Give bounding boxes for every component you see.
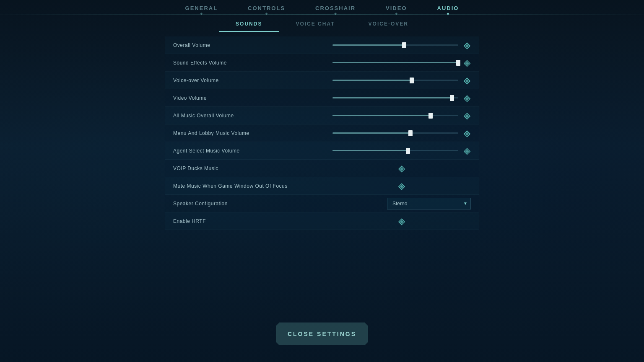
subtab-voice-over[interactable]: VOICE-OVER [352, 15, 425, 32]
slider-fill-sound-effects-volume [332, 62, 458, 63]
reset-icon-menu-lobby-music-volume[interactable] [462, 129, 472, 138]
slider-track-overall-volume [332, 44, 458, 46]
reset-icon-video-volume[interactable] [462, 93, 472, 103]
slider-all-music-overall-volume[interactable] [332, 115, 458, 116]
setting-control-sound-effects-volume [332, 58, 472, 67]
slider-track-agent-select-music-volume [332, 150, 458, 151]
slider-thumb-sound-effects-volume[interactable] [456, 60, 460, 66]
nav-divider [0, 14, 644, 15]
close-settings-button[interactable]: CLOSE SETTINGS [276, 323, 368, 345]
setting-control-enable-hrtf [332, 217, 471, 226]
setting-label-speaker-configuration: Speaker Configuration [173, 201, 332, 207]
setting-row-agent-select-music-volume: Agent Select Music Volume [165, 142, 479, 160]
slider-thumb-video-volume[interactable] [450, 95, 454, 101]
slider-thumb-voice-over-volume[interactable] [410, 78, 414, 83]
toggle-enable-hrtf[interactable] [332, 217, 471, 226]
setting-control-mute-music-window [332, 181, 471, 191]
toggle-icon-enable-hrtf[interactable] [397, 217, 406, 226]
reset-icon-all-music-overall-volume[interactable] [462, 111, 472, 120]
setting-label-voice-over-volume: Voice-over Volume [173, 78, 332, 83]
slider-fill-video-volume [332, 97, 452, 98]
slider-fill-all-music-overall-volume [332, 115, 431, 116]
setting-control-voip-ducks-music [332, 164, 471, 173]
setting-control-overall-volume [332, 41, 472, 50]
slider-sound-effects-volume[interactable] [332, 62, 458, 63]
reset-icon-overall-volume[interactable] [462, 41, 472, 50]
toggle-voip-ducks-music[interactable] [332, 164, 471, 173]
toggle-icon-mute-music-window[interactable] [397, 181, 406, 191]
setting-row-speaker-configuration: Speaker Configuration StereoHeadphones2.… [165, 195, 479, 212]
setting-control-video-volume [332, 93, 472, 103]
slider-menu-lobby-music-volume[interactable] [332, 132, 458, 134]
content-area: Overall Volume Sound Effects Volume [165, 36, 479, 362]
toggle-icon-voip-ducks-music[interactable] [397, 164, 406, 173]
slider-video-volume[interactable] [332, 97, 458, 98]
dropdown-speaker-configuration[interactable]: StereoHeadphones2.1 Speakers4.0 Surround… [387, 198, 471, 209]
setting-control-all-music-overall-volume [332, 111, 472, 120]
slider-fill-overall-volume [332, 44, 404, 46]
top-nav: GENERAL CONTROLS CROSSHAIR VIDEO AUDIO [0, 0, 644, 15]
setting-control-menu-lobby-music-volume [332, 129, 472, 138]
slider-track-sound-effects-volume [332, 62, 458, 63]
slider-track-all-music-overall-volume [332, 115, 458, 116]
tab-crosshair[interactable]: CROSSHAIR [300, 0, 371, 15]
subtab-voice-chat[interactable]: VOICE CHAT [279, 15, 351, 32]
setting-row-sound-effects-volume: Sound Effects Volume [165, 54, 479, 72]
setting-label-video-volume: Video Volume [173, 95, 332, 101]
page-container: GENERAL CONTROLS CROSSHAIR VIDEO AUDIO S… [0, 0, 644, 362]
setting-label-voip-ducks-music: VOIP Ducks Music [173, 165, 332, 171]
setting-row-voip-ducks-music: VOIP Ducks Music [165, 160, 479, 177]
dropdown-container-speaker-configuration: StereoHeadphones2.1 Speakers4.0 Surround… [345, 198, 471, 209]
tab-general[interactable]: GENERAL [170, 0, 233, 15]
reset-icon-sound-effects-volume[interactable] [462, 58, 472, 67]
slider-voice-over-volume[interactable] [332, 80, 458, 81]
slider-track-video-volume [332, 97, 458, 98]
setting-label-sound-effects-volume: Sound Effects Volume [173, 60, 332, 66]
subtab-sounds[interactable]: SOUNDS [219, 15, 279, 32]
reset-icon-voice-over-volume[interactable] [462, 76, 472, 85]
setting-row-video-volume: Video Volume [165, 89, 479, 107]
slider-fill-agent-select-music-volume [332, 150, 408, 151]
setting-row-enable-hrtf: Enable HRTF [165, 212, 479, 230]
setting-label-menu-lobby-music-volume: Menu And Lobby Music Volume [173, 130, 332, 136]
tab-audio[interactable]: AUDIO [422, 0, 474, 15]
setting-label-overall-volume: Overall Volume [173, 42, 332, 48]
slider-track-voice-over-volume [332, 80, 458, 81]
slider-fill-voice-over-volume [332, 80, 412, 81]
tab-video[interactable]: VIDEO [371, 0, 422, 15]
slider-thumb-agent-select-music-volume[interactable] [406, 148, 410, 154]
dropdown-wrapper-speaker-configuration: StereoHeadphones2.1 Speakers4.0 Surround… [387, 198, 471, 209]
slider-overall-volume[interactable] [332, 44, 458, 46]
sub-nav: SOUNDS VOICE CHAT VOICE-OVER [196, 15, 448, 32]
slider-fill-menu-lobby-music-volume [332, 132, 410, 134]
setting-label-agent-select-music-volume: Agent Select Music Volume [173, 148, 332, 154]
slider-thumb-menu-lobby-music-volume[interactable] [408, 130, 413, 136]
setting-label-mute-music-window: Mute Music When Game Window Out Of Focus [173, 183, 332, 189]
setting-label-all-music-overall-volume: All Music Overall Volume [173, 113, 332, 119]
tab-controls[interactable]: CONTROLS [233, 0, 300, 15]
setting-row-all-music-overall-volume: All Music Overall Volume [165, 107, 479, 124]
slider-thumb-overall-volume[interactable] [402, 42, 406, 48]
setting-row-voice-over-volume: Voice-over Volume [165, 72, 479, 89]
reset-icon-agent-select-music-volume[interactable] [462, 146, 472, 155]
slider-track-menu-lobby-music-volume [332, 132, 458, 134]
setting-control-voice-over-volume [332, 76, 472, 85]
setting-row-overall-volume: Overall Volume [165, 36, 479, 54]
setting-row-menu-lobby-music-volume: Menu And Lobby Music Volume [165, 124, 479, 142]
slider-thumb-all-music-overall-volume[interactable] [428, 113, 433, 119]
toggle-mute-music-window[interactable] [332, 181, 471, 191]
setting-control-agent-select-music-volume [332, 146, 472, 155]
slider-agent-select-music-volume[interactable] [332, 150, 458, 151]
setting-label-enable-hrtf: Enable HRTF [173, 218, 332, 224]
setting-row-mute-music-window: Mute Music When Game Window Out Of Focus [165, 177, 479, 195]
setting-control-speaker-configuration: StereoHeadphones2.1 Speakers4.0 Surround… [332, 198, 471, 209]
